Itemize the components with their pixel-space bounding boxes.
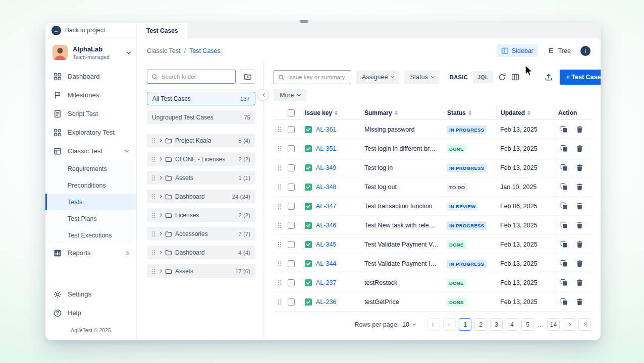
folder-all-test-cases[interactable]: All Test Cases 137 xyxy=(147,92,255,105)
sidebar-subitem-preconditions[interactable]: Preconditions xyxy=(45,177,136,194)
column-issue-key[interactable]: Issue key xyxy=(301,106,360,119)
chevron-right-icon[interactable] xyxy=(158,176,162,179)
collapse-panel-button[interactable] xyxy=(258,90,269,100)
tree-view-button[interactable]: Tree xyxy=(543,44,575,57)
refresh-button[interactable] xyxy=(498,71,506,83)
jql-mode-button[interactable]: JQL xyxy=(473,71,493,83)
drag-handle-icon[interactable] xyxy=(152,156,155,162)
drag-handle-icon[interactable] xyxy=(278,165,281,170)
sidebar-subitem-requirements[interactable]: Requirements xyxy=(45,160,136,177)
row-checkbox[interactable] xyxy=(288,184,295,191)
delete-button[interactable] xyxy=(575,201,584,211)
folder-item[interactable]: Dashboard 24 (24) xyxy=(147,190,255,203)
drag-handle-icon[interactable] xyxy=(278,261,281,266)
issue-key-link[interactable]: AL-346 xyxy=(316,222,336,229)
copy-button[interactable] xyxy=(559,144,569,153)
delete-button[interactable] xyxy=(575,163,584,172)
folder-item[interactable]: Dashboard 4 (4) xyxy=(147,246,255,259)
copy-button[interactable] xyxy=(559,182,569,192)
add-folder-button[interactable] xyxy=(240,70,255,84)
sort-icon[interactable] xyxy=(335,111,338,115)
page-button-2[interactable]: 2 xyxy=(474,318,487,331)
tab-test-cases[interactable]: Test Cases xyxy=(137,23,187,38)
copy-button[interactable] xyxy=(559,278,569,287)
first-page-button[interactable] xyxy=(427,318,440,331)
drag-handle-icon[interactable] xyxy=(152,212,155,218)
issue-key-link[interactable]: AL-345 xyxy=(316,241,336,248)
sidebar-item-reports[interactable]: Reports xyxy=(45,244,136,262)
sidebar-item-help[interactable]: Help xyxy=(45,304,136,322)
drag-handle-icon[interactable] xyxy=(278,222,281,228)
drag-handle-icon[interactable] xyxy=(278,299,281,305)
issue-key-link[interactable]: AL-344 xyxy=(316,260,336,267)
chevron-right-icon[interactable] xyxy=(158,157,162,161)
copy-button[interactable] xyxy=(559,201,569,211)
sidebar-subitem-test-plans[interactable]: Test Plans xyxy=(45,210,136,227)
folder-item[interactable]: Assets 17 (6) xyxy=(147,264,255,278)
chevron-right-icon[interactable] xyxy=(158,195,162,198)
drag-handle-icon[interactable] xyxy=(152,138,155,143)
sidebar-item-script-test[interactable]: Script Test xyxy=(45,104,136,123)
back-to-project-button[interactable]: ← Back to project xyxy=(45,23,136,38)
project-switcher[interactable]: AlphaLab Team-managed xyxy=(45,38,136,67)
issue-search-input[interactable]: Issue key or summary xyxy=(274,70,351,84)
assignee-filter-dropdown[interactable]: Assignee xyxy=(356,71,399,84)
folder-item[interactable]: Project Koala 5 (4) xyxy=(147,134,255,147)
copy-button[interactable] xyxy=(559,163,569,172)
row-checkbox[interactable] xyxy=(288,145,295,152)
sort-icon[interactable] xyxy=(527,111,530,115)
columns-button[interactable] xyxy=(511,71,519,83)
sidebar-subitem-test-executions[interactable]: Test Executions xyxy=(45,227,136,244)
delete-button[interactable] xyxy=(575,125,584,134)
copy-button[interactable] xyxy=(559,259,569,268)
sidebar-item-exploratory-test[interactable]: Exploratory Test xyxy=(45,123,136,142)
folder-item[interactable]: CLONE - Licenses 2 (2) xyxy=(147,152,255,166)
next-page-button[interactable] xyxy=(563,318,575,331)
drag-handle-icon[interactable] xyxy=(152,250,155,255)
add-test-case-button[interactable]: + Test Case xyxy=(560,70,601,85)
previous-page-button[interactable] xyxy=(443,318,456,331)
sidebar-item-classic-test[interactable]: Classic Test xyxy=(45,142,136,160)
sidebar-view-button[interactable]: Sidebar xyxy=(497,44,538,57)
row-checkbox[interactable] xyxy=(288,203,295,210)
issue-key-link[interactable]: AL-236 xyxy=(316,298,336,306)
column-status[interactable]: Status xyxy=(443,106,496,119)
delete-button[interactable] xyxy=(575,220,584,230)
info-icon[interactable]: i xyxy=(580,46,591,56)
drag-handle-icon[interactable] xyxy=(278,241,281,247)
breadcrumb-current-link[interactable]: Test Cases xyxy=(189,47,221,54)
page-button-3[interactable]: 3 xyxy=(490,318,503,331)
drag-handle-icon[interactable] xyxy=(278,184,281,190)
row-checkbox[interactable] xyxy=(288,222,295,229)
issue-key-link[interactable]: AL-351 xyxy=(316,145,336,152)
row-checkbox[interactable] xyxy=(288,241,295,248)
folder-item[interactable]: Accessories 7 (7) xyxy=(147,227,255,240)
chevron-right-icon[interactable] xyxy=(158,232,162,235)
sort-icon[interactable] xyxy=(468,111,471,115)
issue-key-link[interactable]: AL-349 xyxy=(316,164,336,171)
row-checkbox[interactable] xyxy=(288,298,295,306)
delete-button[interactable] xyxy=(575,278,584,287)
delete-button[interactable] xyxy=(575,144,584,153)
drag-handle-icon[interactable] xyxy=(278,127,281,132)
more-filters-button[interactable]: More xyxy=(274,89,306,101)
drag-handle-icon[interactable] xyxy=(152,194,155,199)
chevron-right-icon[interactable] xyxy=(158,251,162,254)
sort-icon[interactable] xyxy=(395,111,398,115)
drag-handle-icon[interactable] xyxy=(278,280,281,285)
drag-handle-icon[interactable] xyxy=(152,231,155,236)
select-all-checkbox[interactable] xyxy=(288,109,295,116)
row-checkbox[interactable] xyxy=(288,126,295,133)
page-button-14[interactable]: 14 xyxy=(547,318,560,331)
delete-button[interactable] xyxy=(575,297,584,307)
sidebar-subitem-tests[interactable]: Tests xyxy=(45,194,136,210)
copy-button[interactable] xyxy=(559,297,569,307)
chevron-right-icon[interactable] xyxy=(158,213,162,217)
copy-button[interactable] xyxy=(559,125,569,134)
folder-item[interactable]: Assets 1 (1) xyxy=(147,171,255,185)
row-checkbox[interactable] xyxy=(288,279,295,286)
drag-handle-icon[interactable] xyxy=(278,146,281,151)
folder-item[interactable]: Licenses 2 (2) xyxy=(147,208,255,222)
last-page-button[interactable] xyxy=(578,318,591,331)
row-checkbox[interactable] xyxy=(288,260,295,267)
